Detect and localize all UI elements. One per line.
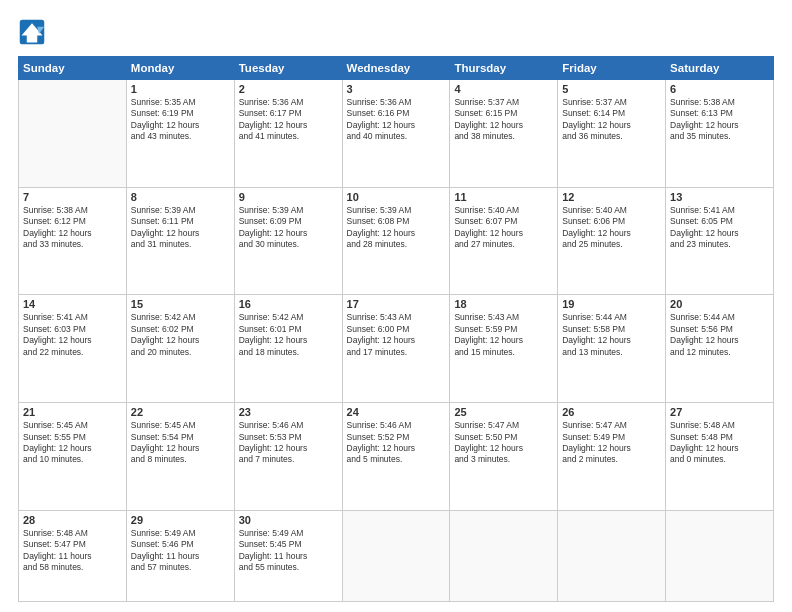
cell-text: Sunrise: 5:36 AM Sunset: 6:17 PM Dayligh…	[239, 97, 338, 143]
cell-text: Sunrise: 5:45 AM Sunset: 5:55 PM Dayligh…	[23, 420, 122, 466]
weekday-header-sunday: Sunday	[19, 57, 127, 80]
weekday-header-friday: Friday	[558, 57, 666, 80]
cell-text: Sunrise: 5:47 AM Sunset: 5:49 PM Dayligh…	[562, 420, 661, 466]
day-number: 6	[670, 83, 769, 95]
calendar-cell: 10Sunrise: 5:39 AM Sunset: 6:08 PM Dayli…	[342, 187, 450, 295]
calendar-cell: 15Sunrise: 5:42 AM Sunset: 6:02 PM Dayli…	[126, 295, 234, 403]
weekday-header-thursday: Thursday	[450, 57, 558, 80]
calendar-cell: 24Sunrise: 5:46 AM Sunset: 5:52 PM Dayli…	[342, 403, 450, 511]
day-number: 27	[670, 406, 769, 418]
calendar-cell: 6Sunrise: 5:38 AM Sunset: 6:13 PM Daylig…	[666, 80, 774, 188]
cell-text: Sunrise: 5:39 AM Sunset: 6:08 PM Dayligh…	[347, 205, 446, 251]
day-number: 14	[23, 298, 122, 310]
calendar-cell: 29Sunrise: 5:49 AM Sunset: 5:46 PM Dayli…	[126, 510, 234, 601]
calendar-cell: 13Sunrise: 5:41 AM Sunset: 6:05 PM Dayli…	[666, 187, 774, 295]
weekday-header-saturday: Saturday	[666, 57, 774, 80]
cell-text: Sunrise: 5:44 AM Sunset: 5:58 PM Dayligh…	[562, 312, 661, 358]
calendar-cell: 19Sunrise: 5:44 AM Sunset: 5:58 PM Dayli…	[558, 295, 666, 403]
calendar-cell	[666, 510, 774, 601]
cell-text: Sunrise: 5:40 AM Sunset: 6:07 PM Dayligh…	[454, 205, 553, 251]
logo	[18, 18, 50, 46]
day-number: 5	[562, 83, 661, 95]
calendar-cell: 12Sunrise: 5:40 AM Sunset: 6:06 PM Dayli…	[558, 187, 666, 295]
cell-text: Sunrise: 5:45 AM Sunset: 5:54 PM Dayligh…	[131, 420, 230, 466]
day-number: 11	[454, 191, 553, 203]
day-number: 10	[347, 191, 446, 203]
day-number: 29	[131, 514, 230, 526]
calendar-cell: 26Sunrise: 5:47 AM Sunset: 5:49 PM Dayli…	[558, 403, 666, 511]
calendar-week-row-0: 1Sunrise: 5:35 AM Sunset: 6:19 PM Daylig…	[19, 80, 774, 188]
cell-text: Sunrise: 5:44 AM Sunset: 5:56 PM Dayligh…	[670, 312, 769, 358]
day-number: 25	[454, 406, 553, 418]
calendar-cell: 27Sunrise: 5:48 AM Sunset: 5:48 PM Dayli…	[666, 403, 774, 511]
day-number: 30	[239, 514, 338, 526]
cell-text: Sunrise: 5:37 AM Sunset: 6:14 PM Dayligh…	[562, 97, 661, 143]
header	[18, 18, 774, 46]
calendar-cell: 16Sunrise: 5:42 AM Sunset: 6:01 PM Dayli…	[234, 295, 342, 403]
calendar-cell: 2Sunrise: 5:36 AM Sunset: 6:17 PM Daylig…	[234, 80, 342, 188]
calendar-cell: 22Sunrise: 5:45 AM Sunset: 5:54 PM Dayli…	[126, 403, 234, 511]
day-number: 23	[239, 406, 338, 418]
day-number: 21	[23, 406, 122, 418]
day-number: 3	[347, 83, 446, 95]
day-number: 28	[23, 514, 122, 526]
calendar-cell: 23Sunrise: 5:46 AM Sunset: 5:53 PM Dayli…	[234, 403, 342, 511]
day-number: 1	[131, 83, 230, 95]
cell-text: Sunrise: 5:39 AM Sunset: 6:09 PM Dayligh…	[239, 205, 338, 251]
weekday-header-wednesday: Wednesday	[342, 57, 450, 80]
cell-text: Sunrise: 5:37 AM Sunset: 6:15 PM Dayligh…	[454, 97, 553, 143]
page: SundayMondayTuesdayWednesdayThursdayFrid…	[0, 0, 792, 612]
calendar-cell: 17Sunrise: 5:43 AM Sunset: 6:00 PM Dayli…	[342, 295, 450, 403]
calendar-week-row-3: 21Sunrise: 5:45 AM Sunset: 5:55 PM Dayli…	[19, 403, 774, 511]
cell-text: Sunrise: 5:42 AM Sunset: 6:01 PM Dayligh…	[239, 312, 338, 358]
logo-icon	[18, 18, 46, 46]
calendar-cell	[342, 510, 450, 601]
calendar-week-row-4: 28Sunrise: 5:48 AM Sunset: 5:47 PM Dayli…	[19, 510, 774, 601]
cell-text: Sunrise: 5:49 AM Sunset: 5:45 PM Dayligh…	[239, 528, 338, 574]
calendar-cell: 9Sunrise: 5:39 AM Sunset: 6:09 PM Daylig…	[234, 187, 342, 295]
cell-text: Sunrise: 5:46 AM Sunset: 5:53 PM Dayligh…	[239, 420, 338, 466]
cell-text: Sunrise: 5:48 AM Sunset: 5:47 PM Dayligh…	[23, 528, 122, 574]
day-number: 15	[131, 298, 230, 310]
day-number: 17	[347, 298, 446, 310]
day-number: 18	[454, 298, 553, 310]
cell-text: Sunrise: 5:40 AM Sunset: 6:06 PM Dayligh…	[562, 205, 661, 251]
calendar-cell: 4Sunrise: 5:37 AM Sunset: 6:15 PM Daylig…	[450, 80, 558, 188]
day-number: 9	[239, 191, 338, 203]
cell-text: Sunrise: 5:36 AM Sunset: 6:16 PM Dayligh…	[347, 97, 446, 143]
cell-text: Sunrise: 5:41 AM Sunset: 6:05 PM Dayligh…	[670, 205, 769, 251]
calendar-week-row-1: 7Sunrise: 5:38 AM Sunset: 6:12 PM Daylig…	[19, 187, 774, 295]
day-number: 16	[239, 298, 338, 310]
cell-text: Sunrise: 5:38 AM Sunset: 6:12 PM Dayligh…	[23, 205, 122, 251]
calendar-week-row-2: 14Sunrise: 5:41 AM Sunset: 6:03 PM Dayli…	[19, 295, 774, 403]
cell-text: Sunrise: 5:38 AM Sunset: 6:13 PM Dayligh…	[670, 97, 769, 143]
calendar-cell: 3Sunrise: 5:36 AM Sunset: 6:16 PM Daylig…	[342, 80, 450, 188]
cell-text: Sunrise: 5:47 AM Sunset: 5:50 PM Dayligh…	[454, 420, 553, 466]
calendar-cell: 25Sunrise: 5:47 AM Sunset: 5:50 PM Dayli…	[450, 403, 558, 511]
cell-text: Sunrise: 5:43 AM Sunset: 5:59 PM Dayligh…	[454, 312, 553, 358]
cell-text: Sunrise: 5:48 AM Sunset: 5:48 PM Dayligh…	[670, 420, 769, 466]
cell-text: Sunrise: 5:46 AM Sunset: 5:52 PM Dayligh…	[347, 420, 446, 466]
cell-text: Sunrise: 5:42 AM Sunset: 6:02 PM Dayligh…	[131, 312, 230, 358]
calendar-cell: 18Sunrise: 5:43 AM Sunset: 5:59 PM Dayli…	[450, 295, 558, 403]
calendar-cell: 21Sunrise: 5:45 AM Sunset: 5:55 PM Dayli…	[19, 403, 127, 511]
day-number: 22	[131, 406, 230, 418]
calendar-cell	[450, 510, 558, 601]
calendar-cell: 11Sunrise: 5:40 AM Sunset: 6:07 PM Dayli…	[450, 187, 558, 295]
calendar-cell: 28Sunrise: 5:48 AM Sunset: 5:47 PM Dayli…	[19, 510, 127, 601]
cell-text: Sunrise: 5:43 AM Sunset: 6:00 PM Dayligh…	[347, 312, 446, 358]
calendar-table: SundayMondayTuesdayWednesdayThursdayFrid…	[18, 56, 774, 602]
calendar-cell: 30Sunrise: 5:49 AM Sunset: 5:45 PM Dayli…	[234, 510, 342, 601]
calendar-cell: 5Sunrise: 5:37 AM Sunset: 6:14 PM Daylig…	[558, 80, 666, 188]
weekday-header-row: SundayMondayTuesdayWednesdayThursdayFrid…	[19, 57, 774, 80]
day-number: 24	[347, 406, 446, 418]
calendar-cell: 14Sunrise: 5:41 AM Sunset: 6:03 PM Dayli…	[19, 295, 127, 403]
calendar-cell: 8Sunrise: 5:39 AM Sunset: 6:11 PM Daylig…	[126, 187, 234, 295]
weekday-header-monday: Monday	[126, 57, 234, 80]
weekday-header-tuesday: Tuesday	[234, 57, 342, 80]
calendar-cell	[19, 80, 127, 188]
day-number: 26	[562, 406, 661, 418]
calendar-cell	[558, 510, 666, 601]
day-number: 7	[23, 191, 122, 203]
day-number: 2	[239, 83, 338, 95]
